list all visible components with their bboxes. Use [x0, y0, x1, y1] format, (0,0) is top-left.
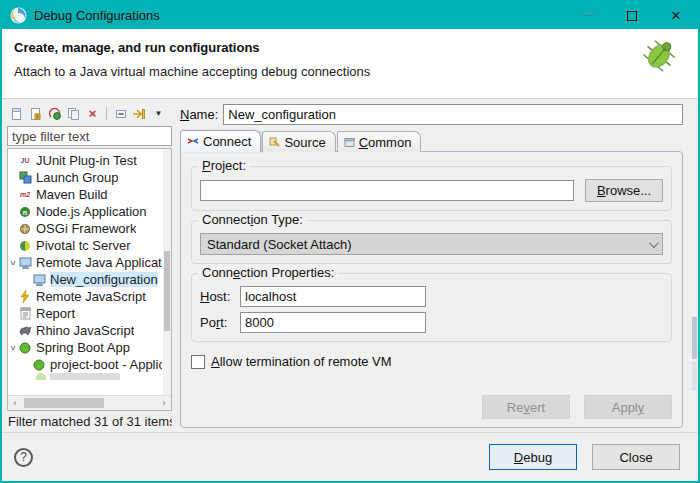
- window-title: Debug Configurations: [34, 8, 566, 23]
- connection-type-group: Connection Type: Standard (Socket Attach…: [191, 220, 672, 264]
- tree-item-rhino-javascript[interactable]: Rhino JavaScript: [8, 322, 171, 339]
- tree-item-clipped: [8, 373, 171, 380]
- apply-button[interactable]: Apply: [584, 395, 672, 419]
- debug-bug-icon: [636, 31, 682, 81]
- tree-rows: JU JUnit Plug-in Test Launch Group m2 Ma…: [8, 149, 171, 395]
- host-label: Host:: [200, 289, 240, 304]
- filter-input[interactable]: [7, 126, 172, 146]
- rhino-icon: [18, 324, 32, 337]
- chevron-down-icon: [649, 238, 659, 248]
- view-menu-icon[interactable]: ▼: [151, 106, 166, 121]
- scroll-left-icon[interactable]: ‹: [8, 398, 22, 408]
- header-subtitle: Attach to a Java virtual machine accepti…: [14, 64, 698, 79]
- revert-button[interactable]: Revert: [482, 395, 570, 419]
- header-title: Create, manage, and run configurations: [14, 40, 698, 55]
- eclipse-app-icon: [10, 7, 27, 24]
- connection-properties-group: Connection Properties: Host: Port:: [191, 273, 672, 342]
- maximize-button[interactable]: [610, 2, 654, 29]
- tab-connect[interactable]: Connect: [180, 130, 261, 152]
- scrollbar-thumb[interactable]: [24, 398, 104, 408]
- configurations-sidebar: × ▼ JU JUnit Plug-in Test: [2, 99, 172, 432]
- tree-item-junit-plugin-test[interactable]: JU JUnit Plug-in Test: [8, 152, 171, 169]
- connection-properties-label: Connection Properties:: [198, 265, 338, 280]
- tree-item-maven-build[interactable]: m2 Maven Build: [8, 186, 171, 203]
- chevron-down-icon[interactable]: >: [8, 343, 18, 353]
- maven-icon: m2: [18, 188, 32, 201]
- panel-vertical-scrollbar[interactable]: [691, 99, 698, 432]
- chevron-down-icon[interactable]: >: [8, 258, 18, 268]
- tree-item-pivotal-tc-server[interactable]: Pivotal tc Server: [8, 237, 171, 254]
- port-input[interactable]: [240, 312, 426, 333]
- allow-termination-label: Allow termination of remote VM: [211, 354, 392, 369]
- tree-item-report[interactable]: Report: [8, 305, 171, 322]
- tree-item-remote-javascript[interactable]: Remote JavaScript: [8, 288, 171, 305]
- tree-item-nodejs-application[interactable]: n Node.js Application: [8, 203, 171, 220]
- name-input[interactable]: [223, 104, 683, 125]
- remote-java-icon: [18, 256, 32, 269]
- export-configurations-icon[interactable]: [47, 106, 62, 121]
- allow-termination-checkbox[interactable]: [191, 355, 205, 369]
- toolbar-separator: [106, 107, 107, 120]
- connection-type-label: Connection Type:: [198, 212, 307, 227]
- close-button[interactable]: Close: [592, 444, 680, 470]
- dialog-content: × ▼ JU JUnit Plug-in Test: [2, 99, 698, 432]
- debug-configurations-dialog: Debug Configurations × Create, manage, a…: [0, 0, 700, 483]
- browse-button[interactable]: Browse...: [585, 179, 663, 202]
- tree-item-spring-boot-app[interactable]: > Spring Boot App: [8, 339, 171, 356]
- filter-configurations-icon[interactable]: [132, 106, 147, 121]
- lightning-icon: [18, 290, 32, 303]
- debug-button[interactable]: Debug: [489, 444, 577, 470]
- tab-bar: Connect Source Common: [180, 130, 683, 152]
- common-icon: [344, 137, 355, 148]
- junit-icon: JU: [18, 154, 32, 167]
- project-input[interactable]: [200, 180, 574, 201]
- port-label: Port:: [200, 315, 240, 330]
- tree-item-new-configuration[interactable]: New_configuration: [8, 271, 171, 288]
- configurations-tree: JU JUnit Plug-in Test Launch Group m2 Ma…: [7, 148, 172, 411]
- duplicate-icon[interactable]: [66, 106, 81, 121]
- nodejs-icon: n: [18, 205, 32, 218]
- dialog-footer: ? Debug Close: [2, 432, 698, 481]
- tree-item-remote-java-application[interactable]: > Remote Java Application: [8, 254, 171, 271]
- new-configuration-icon[interactable]: [9, 106, 24, 121]
- collapse-all-icon[interactable]: [113, 106, 128, 121]
- tree-horizontal-scrollbar[interactable]: ‹ ›: [8, 395, 171, 410]
- tree-item-osgi-framework[interactable]: OSGi Framework: [8, 220, 171, 237]
- host-input[interactable]: [240, 286, 426, 307]
- connect-icon: [187, 136, 199, 147]
- minimize-button[interactable]: [566, 2, 610, 29]
- pivotal-icon: [18, 239, 32, 252]
- connect-tab-panel: Project: Browse... Connection Type: Stan…: [180, 151, 683, 428]
- sidebar-toolbar: × ▼: [7, 103, 172, 124]
- close-window-button[interactable]: ×: [654, 2, 698, 29]
- spring-boot-icon: [32, 358, 46, 371]
- titlebar: Debug Configurations ×: [2, 2, 698, 29]
- osgi-icon: [18, 222, 32, 235]
- source-icon: [269, 137, 280, 148]
- scroll-right-icon[interactable]: ›: [157, 398, 171, 408]
- tree-item-launch-group[interactable]: Launch Group: [8, 169, 171, 186]
- help-button[interactable]: ?: [14, 448, 33, 467]
- svg-text:n: n: [23, 208, 27, 215]
- connection-type-select[interactable]: Standard (Socket Attach): [200, 233, 663, 255]
- new-prototype-icon[interactable]: [28, 106, 43, 121]
- tree-vertical-scrollbar[interactable]: [163, 149, 171, 395]
- project-label: Project:: [198, 158, 250, 173]
- launch-group-icon: [18, 171, 32, 184]
- delete-icon[interactable]: ×: [85, 106, 100, 121]
- remote-java-icon: [32, 273, 46, 286]
- project-group: Project: Browse...: [191, 166, 672, 211]
- filter-status: Filter matched 31 of 31 items: [7, 411, 172, 432]
- name-label: Name:: [180, 107, 218, 122]
- configuration-editor: Name: Connect Source Common: [178, 99, 691, 432]
- tab-source[interactable]: Source: [262, 131, 335, 152]
- spring-boot-icon: [18, 341, 32, 354]
- tab-common[interactable]: Common: [337, 131, 422, 152]
- report-icon: [18, 307, 32, 320]
- dialog-header: Create, manage, and run configurations A…: [2, 29, 698, 99]
- tree-item-project-boot[interactable]: project-boot - Application: [8, 356, 171, 373]
